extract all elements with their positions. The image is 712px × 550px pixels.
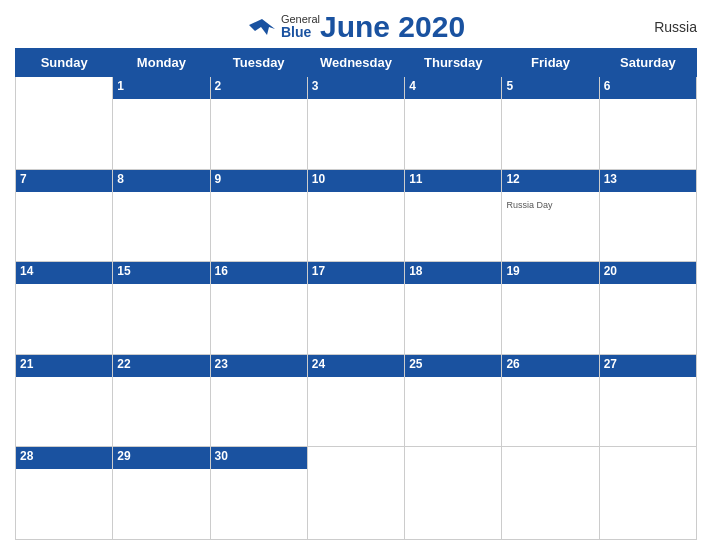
svg-marker-0 (249, 19, 275, 35)
calendar-cell: 30 (210, 447, 307, 540)
calendar-body: 123456789101112Russia Day131415161718192… (16, 77, 697, 540)
col-wednesday: Wednesday (307, 49, 404, 77)
day-number: 7 (16, 170, 112, 192)
col-friday: Friday (502, 49, 599, 77)
calendar-title: June 2020 (320, 10, 465, 44)
day-number: 14 (16, 262, 112, 284)
calendar-cell: 1 (113, 77, 210, 170)
day-number: 22 (113, 355, 209, 377)
day-number: 13 (600, 170, 696, 192)
day-number: 29 (113, 447, 209, 469)
holiday-label: Russia Day (506, 200, 552, 210)
calendar-cell: 22 (113, 354, 210, 447)
day-number: 10 (308, 170, 404, 192)
calendar-cell: 9 (210, 169, 307, 262)
day-number: 12 (502, 170, 598, 192)
calendar-cell: 20 (599, 262, 696, 355)
calendar-cell: 12Russia Day (502, 169, 599, 262)
logo-blue: Blue (281, 25, 320, 40)
calendar-cell: 5 (502, 77, 599, 170)
col-monday: Monday (113, 49, 210, 77)
calendar-cell: 13 (599, 169, 696, 262)
calendar-cell: 15 (113, 262, 210, 355)
day-number: 24 (308, 355, 404, 377)
col-thursday: Thursday (405, 49, 502, 77)
day-number: 9 (211, 170, 307, 192)
day-number: 23 (211, 355, 307, 377)
day-number: 3 (308, 77, 404, 99)
day-number: 5 (502, 77, 598, 99)
day-number: 21 (16, 355, 112, 377)
week-row-3: 14151617181920 (16, 262, 697, 355)
day-number: 19 (502, 262, 598, 284)
calendar-table: Sunday Monday Tuesday Wednesday Thursday… (15, 48, 697, 540)
calendar-cell: 14 (16, 262, 113, 355)
calendar-cell: 28 (16, 447, 113, 540)
calendar-cell (599, 447, 696, 540)
calendar-cell (16, 77, 113, 170)
day-number: 1 (113, 77, 209, 99)
col-saturday: Saturday (599, 49, 696, 77)
calendar-cell: 2 (210, 77, 307, 170)
logo-text: General Blue (281, 13, 320, 40)
calendar-cell: 25 (405, 354, 502, 447)
day-number: 17 (308, 262, 404, 284)
calendar-cell: 24 (307, 354, 404, 447)
calendar-cell: 26 (502, 354, 599, 447)
calendar-cell: 7 (16, 169, 113, 262)
calendar-cell: 16 (210, 262, 307, 355)
calendar-header: General Blue June 2020 Russia (15, 10, 697, 44)
day-number: 8 (113, 170, 209, 192)
calendar-cell (307, 447, 404, 540)
calendar-cell: 8 (113, 169, 210, 262)
calendar-cell: 21 (16, 354, 113, 447)
calendar-cell: 3 (307, 77, 404, 170)
day-number: 18 (405, 262, 501, 284)
day-number: 2 (211, 77, 307, 99)
day-number: 20 (600, 262, 696, 284)
calendar-cell: 17 (307, 262, 404, 355)
country-label: Russia (654, 19, 697, 35)
week-row-2: 789101112Russia Day13 (16, 169, 697, 262)
calendar-cell: 27 (599, 354, 696, 447)
calendar-cell: 23 (210, 354, 307, 447)
calendar-cell (405, 447, 502, 540)
day-number: 28 (16, 447, 112, 469)
logo: General Blue (247, 13, 320, 40)
col-tuesday: Tuesday (210, 49, 307, 77)
calendar-cell: 29 (113, 447, 210, 540)
calendar-cell: 4 (405, 77, 502, 170)
calendar-cell (502, 447, 599, 540)
day-number: 30 (211, 447, 307, 469)
day-number: 4 (405, 77, 501, 99)
day-number: 15 (113, 262, 209, 284)
day-number: 25 (405, 355, 501, 377)
calendar-cell: 6 (599, 77, 696, 170)
calendar-cell: 18 (405, 262, 502, 355)
day-number: 6 (600, 77, 696, 99)
day-number: 26 (502, 355, 598, 377)
week-row-4: 21222324252627 (16, 354, 697, 447)
day-number: 27 (600, 355, 696, 377)
day-number: 16 (211, 262, 307, 284)
calendar-cell: 11 (405, 169, 502, 262)
logo-bird-icon (247, 17, 277, 37)
week-row-5: 282930 (16, 447, 697, 540)
col-sunday: Sunday (16, 49, 113, 77)
week-row-1: 123456 (16, 77, 697, 170)
day-number: 11 (405, 170, 501, 192)
calendar-cell: 19 (502, 262, 599, 355)
calendar-cell: 10 (307, 169, 404, 262)
days-of-week-row: Sunday Monday Tuesday Wednesday Thursday… (16, 49, 697, 77)
